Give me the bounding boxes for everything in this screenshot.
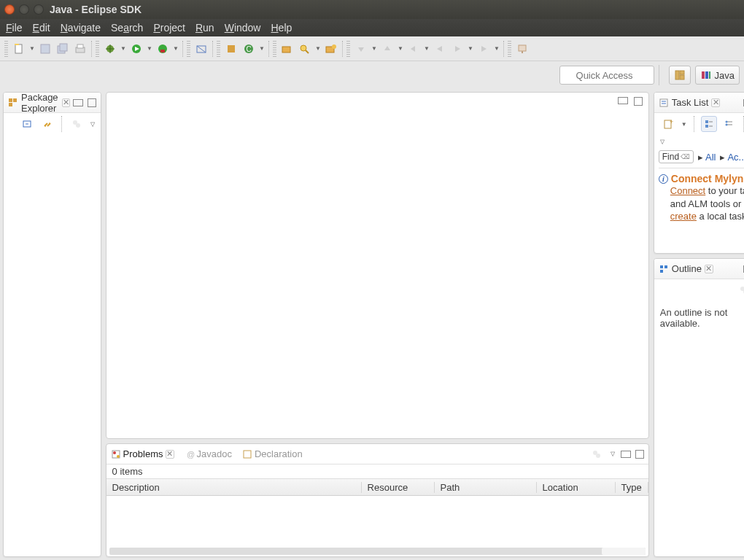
save-button[interactable]: [37, 41, 53, 57]
search-button[interactable]: [297, 41, 313, 57]
mylyn-create-link[interactable]: create: [670, 211, 697, 222]
nav-forward2-button[interactable]: [476, 41, 492, 57]
svg-rect-0: [15, 44, 22, 53]
svg-rect-33: [519, 45, 526, 51]
new-task-button[interactable]: +: [660, 116, 676, 132]
nav-next-dropdown[interactable]: ▼: [397, 45, 404, 52]
new-class-dropdown[interactable]: ▼: [258, 45, 266, 52]
run-last-button[interactable]: [155, 41, 171, 57]
collapse-all-button[interactable]: [19, 116, 35, 132]
new-package-button[interactable]: [223, 41, 239, 57]
svg-rect-39: [680, 75, 684, 79]
menu-search[interactable]: Search: [111, 22, 143, 34]
toolbar-handle[interactable]: [96, 41, 99, 57]
maximize-view-button[interactable]: [635, 450, 644, 459]
svg-rect-59: [660, 99, 667, 106]
new-wizard-button[interactable]: [11, 41, 27, 57]
debug-button[interactable]: [102, 41, 118, 57]
minimize-editor-button[interactable]: [618, 97, 628, 104]
menu-project[interactable]: Project: [153, 22, 185, 34]
view-menu-button[interactable]: ▽: [660, 139, 664, 145]
focus-task-button[interactable]: [589, 446, 605, 462]
view-menu-button[interactable]: ▽: [89, 121, 96, 128]
run-dropdown[interactable]: ▼: [146, 45, 153, 52]
menu-edit[interactable]: Edit: [33, 22, 50, 34]
col-type[interactable]: Type: [616, 482, 648, 493]
col-description[interactable]: Description: [106, 482, 362, 493]
toolbar-handle[interactable]: [4, 41, 8, 57]
pin-editor-button[interactable]: [514, 41, 530, 57]
open-task-button[interactable]: [323, 41, 339, 57]
menu-file[interactable]: File: [6, 22, 23, 34]
link-editor-button[interactable]: [39, 116, 55, 132]
window-close-button[interactable]: [4, 4, 15, 15]
svg-rect-45: [9, 103, 12, 106]
new-task-dropdown[interactable]: ▼: [681, 121, 688, 128]
nav-last-edit-button[interactable]: [406, 41, 422, 57]
search-dropdown[interactable]: ▼: [314, 45, 322, 52]
outline-title: Outline: [672, 263, 702, 274]
tab-javadoc[interactable]: @ Javadoc: [185, 448, 232, 459]
menu-navigate[interactable]: Navigate: [61, 22, 101, 34]
toolbar-handle[interactable]: [346, 41, 350, 57]
tab-problems[interactable]: Problems ✕: [111, 448, 174, 459]
quick-access-input[interactable]: [559, 66, 654, 85]
debug-dropdown[interactable]: ▼: [120, 45, 127, 52]
menu-run[interactable]: Run: [195, 22, 214, 34]
nav-prev-annotation-button[interactable]: [353, 41, 369, 57]
maximize-view-button[interactable]: [88, 98, 96, 107]
open-perspective-button[interactable]: [669, 66, 691, 85]
svg-rect-42: [709, 71, 710, 79]
minimize-view-button[interactable]: [621, 451, 631, 458]
minimize-view-button[interactable]: [73, 99, 83, 106]
svg-rect-4: [60, 44, 67, 51]
col-path[interactable]: Path: [435, 482, 537, 493]
editor-area[interactable]: [106, 92, 649, 439]
filter-activate[interactable]: ▸ Ac...: [720, 152, 744, 163]
svg-point-77: [740, 287, 744, 291]
filter-all[interactable]: ▸ All: [698, 152, 716, 163]
schedule-button[interactable]: [721, 116, 737, 132]
java-perspective-button[interactable]: Java: [695, 66, 740, 85]
close-icon[interactable]: ✕: [705, 265, 713, 273]
focus-task-button[interactable]: [69, 116, 85, 132]
focus-task-button[interactable]: [736, 282, 744, 298]
col-resource[interactable]: Resource: [362, 482, 435, 493]
print-button[interactable]: [72, 41, 88, 57]
maximize-editor-button[interactable]: [634, 97, 643, 106]
close-icon[interactable]: ✕: [166, 450, 174, 459]
new-class-button[interactable]: C: [241, 41, 257, 57]
toolbar-handle[interactable]: [273, 41, 276, 57]
svg-point-58: [596, 454, 600, 458]
horizontal-scrollbar[interactable]: [109, 548, 646, 555]
new-dropdown[interactable]: ▼: [28, 45, 36, 52]
nav-forward-button[interactable]: [449, 41, 465, 57]
nav-prev-dropdown[interactable]: ▼: [371, 45, 378, 52]
open-type-button[interactable]: [279, 41, 295, 57]
find-button[interactable]: Find ⌫: [659, 150, 694, 163]
nav-back-button[interactable]: [432, 41, 448, 57]
toolbar-handle[interactable]: [508, 41, 511, 57]
run-button[interactable]: [128, 41, 144, 57]
svg-point-53: [113, 451, 116, 454]
tab-declaration[interactable]: Declaration: [242, 448, 303, 459]
close-icon[interactable]: ✕: [62, 98, 70, 107]
toolbar-handle[interactable]: [187, 41, 190, 57]
svg-rect-22: [282, 47, 290, 52]
mylyn-connect-link[interactable]: Connect: [670, 185, 705, 196]
menu-window[interactable]: Window: [225, 22, 261, 34]
task-list-view: Task List ✕ + ▼ ▽ Find ⌫ ▸ A: [654, 92, 744, 254]
col-location[interactable]: Location: [537, 482, 616, 493]
save-all-button[interactable]: [55, 41, 71, 57]
new-java-project-button[interactable]: [193, 41, 209, 57]
svg-point-71: [725, 124, 727, 126]
toolbar-handle[interactable]: [217, 41, 220, 57]
menu-help[interactable]: Help: [271, 22, 292, 34]
categorize-button[interactable]: [701, 116, 717, 132]
view-menu-button[interactable]: ▽: [609, 451, 616, 457]
window-maximize-button[interactable]: [34, 4, 44, 15]
run-last-dropdown[interactable]: ▼: [172, 45, 179, 52]
window-minimize-button[interactable]: [19, 4, 29, 15]
nav-next-annotation-button[interactable]: [379, 41, 395, 57]
close-icon[interactable]: ✕: [711, 98, 720, 107]
